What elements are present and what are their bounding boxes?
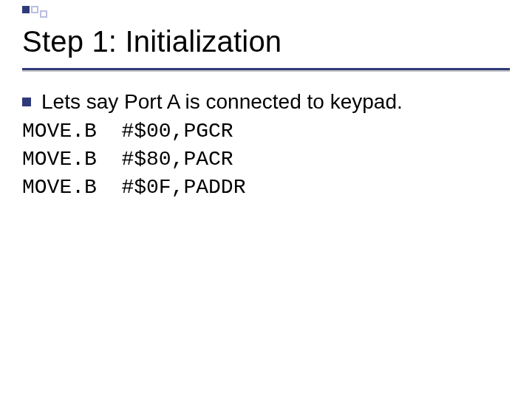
code-line-3: MOVE.B #$0F,PADDR — [22, 174, 510, 202]
bullet-item: Lets say Port A is connected to keypad. — [22, 89, 510, 115]
code-line-1: MOVE.B #$00,PGCR — [22, 117, 510, 146]
code-line-2: MOVE.B #$80,PACR — [22, 146, 510, 174]
slide: Step 1: Initialization Lets say Port A i… — [0, 0, 532, 399]
accent-square-open — [31, 6, 38, 13]
accent-square-solid — [22, 6, 30, 13]
slide-title: Step 1: Initialization — [22, 25, 282, 58]
accent-square-open-offset — [40, 10, 47, 18]
slide-body: Lets say Port A is connected to keypad. … — [22, 89, 510, 201]
accent-squares — [22, 6, 47, 18]
square-bullet-icon — [22, 98, 31, 106]
title-underline — [22, 68, 510, 70]
bullet-text: Lets say Port A is connected to keypad. — [41, 89, 403, 115]
